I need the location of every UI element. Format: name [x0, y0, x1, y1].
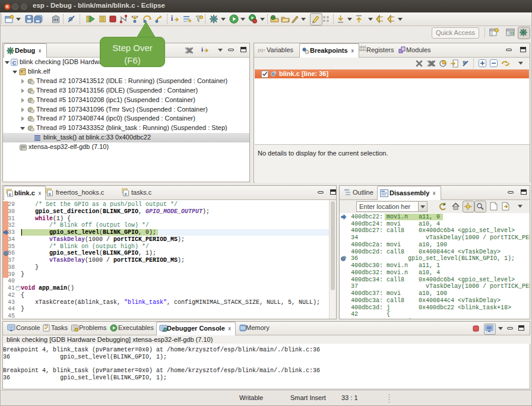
svg-text:C: C	[12, 60, 17, 66]
svg-text:c: c	[9, 192, 12, 197]
svg-text:c: c	[49, 191, 52, 196]
svg-text:c: c	[125, 191, 128, 196]
